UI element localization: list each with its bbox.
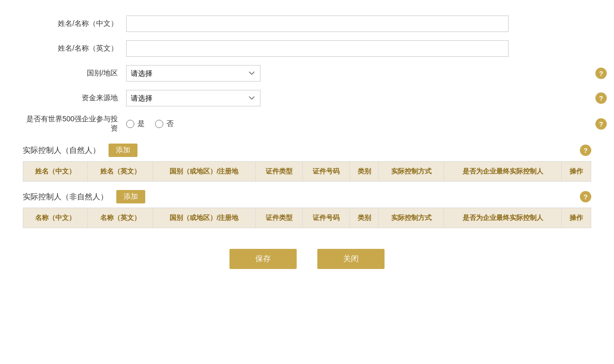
natural-col-country: 国别（或地区）/注册地 <box>152 162 255 182</box>
non-natural-controller-add-btn[interactable]: 添加 <box>116 190 145 203</box>
natural-controller-table: 姓名（中文） 姓名（英文） 国别（或地区）/注册地 证件类型 证件号码 类别 实… <box>23 161 591 182</box>
fortune500-help-icon[interactable]: ? <box>595 118 607 130</box>
non-natural-controller-header: 实际控制人（非自然人） 添加 ? <box>23 190 591 203</box>
name-en-label: 姓名/名称（英文） <box>23 44 126 53</box>
name-cn-input[interactable] <box>126 15 509 32</box>
non-natural-col-control-method: 实际控制方式 <box>379 208 443 228</box>
natural-col-cert-no: 证件号码 <box>302 162 349 182</box>
natural-col-action: 操作 <box>562 162 591 182</box>
fortune500-no-radio[interactable] <box>155 120 163 128</box>
fortune500-yes-radio[interactable] <box>126 120 134 128</box>
name-cn-row: 姓名/名称（中文） <box>23 15 591 32</box>
natural-col-control-method: 实际控制方式 <box>379 162 443 182</box>
fortune500-label: 是否有世界500强企业参与投资 <box>23 115 126 133</box>
non-natural-col-category: 类别 <box>349 208 379 228</box>
non-natural-col-cert-no: 证件号码 <box>302 208 349 228</box>
fund-source-help-icon[interactable]: ? <box>595 92 607 104</box>
save-button[interactable]: 保存 <box>229 249 297 269</box>
natural-controller-header: 实际控制人（自然人） 添加 ? <box>23 144 591 157</box>
natural-col-cert-type: 证件类型 <box>255 162 302 182</box>
fortune500-yes-label: 是 <box>137 119 145 129</box>
country-select[interactable]: 请选择 <box>126 65 260 82</box>
natural-col-category: 类别 <box>349 162 379 182</box>
fund-source-select[interactable]: 请选择 <box>126 90 260 106</box>
natural-col-name-cn: 姓名（中文） <box>23 162 88 182</box>
fortune500-radio-group: 是 否 <box>126 119 174 129</box>
non-natural-col-country: 国别（或地区）/注册地 <box>152 208 255 228</box>
non-natural-col-action: 操作 <box>562 208 591 228</box>
fortune500-yes-option[interactable]: 是 <box>126 119 145 129</box>
country-label: 国别/地区 <box>23 69 126 78</box>
fortune500-no-option[interactable]: 否 <box>155 119 174 129</box>
non-natural-col-cert-type: 证件类型 <box>255 208 302 228</box>
non-natural-col-name-en: 名称（英文） <box>88 208 152 228</box>
country-row: 国别/地区 请选择 ? <box>23 65 591 82</box>
name-en-input[interactable] <box>126 40 509 57</box>
non-natural-controller-help-icon[interactable]: ? <box>580 191 591 202</box>
non-natural-controller-section: 实际控制人（非自然人） 添加 ? 名称（中文） 名称（英文） 国别（或地区）/注… <box>23 190 591 228</box>
name-cn-label: 姓名/名称（中文） <box>23 19 126 28</box>
natural-col-is-final-controller: 是否为企业最终实际控制人 <box>443 162 561 182</box>
fortune500-row: 是否有世界500强企业参与投资 是 否 ? <box>23 115 591 133</box>
non-natural-controller-table: 名称（中文） 名称（英文） 国别（或地区）/注册地 证件类型 证件号码 类别 实… <box>23 208 591 228</box>
form-section: 姓名/名称（中文） 姓名/名称（英文） 国别/地区 请选择 ? 资金来源地 请选… <box>23 15 591 133</box>
fund-source-row: 资金来源地 请选择 ? <box>23 90 591 106</box>
country-help-icon[interactable]: ? <box>595 68 607 79</box>
page-container: 姓名/名称（中文） 姓名/名称（英文） 国别/地区 请选择 ? 资金来源地 请选… <box>23 15 591 269</box>
non-natural-controller-title: 实际控制人（非自然人） <box>23 192 108 202</box>
non-natural-col-is-final-controller: 是否为企业最终实际控制人 <box>443 208 561 228</box>
footer-buttons: 保存 关闭 <box>23 249 591 269</box>
close-button[interactable]: 关闭 <box>317 249 385 269</box>
natural-controller-help-icon[interactable]: ? <box>580 145 591 156</box>
fund-source-label: 资金来源地 <box>23 93 126 103</box>
natural-col-name-en: 姓名（英文） <box>88 162 152 182</box>
natural-controller-title: 实际控制人（自然人） <box>23 146 100 155</box>
natural-controller-table-header-row: 姓名（中文） 姓名（英文） 国别（或地区）/注册地 证件类型 证件号码 类别 实… <box>23 162 591 182</box>
name-en-row: 姓名/名称（英文） <box>23 40 591 57</box>
fortune500-no-label: 否 <box>166 119 174 129</box>
non-natural-controller-table-header-row: 名称（中文） 名称（英文） 国别（或地区）/注册地 证件类型 证件号码 类别 实… <box>23 208 591 228</box>
natural-controller-add-btn[interactable]: 添加 <box>109 144 137 157</box>
non-natural-col-name-cn: 名称（中文） <box>23 208 88 228</box>
natural-controller-section: 实际控制人（自然人） 添加 ? 姓名（中文） 姓名（英文） 国别（或地区）/注册… <box>23 144 591 182</box>
